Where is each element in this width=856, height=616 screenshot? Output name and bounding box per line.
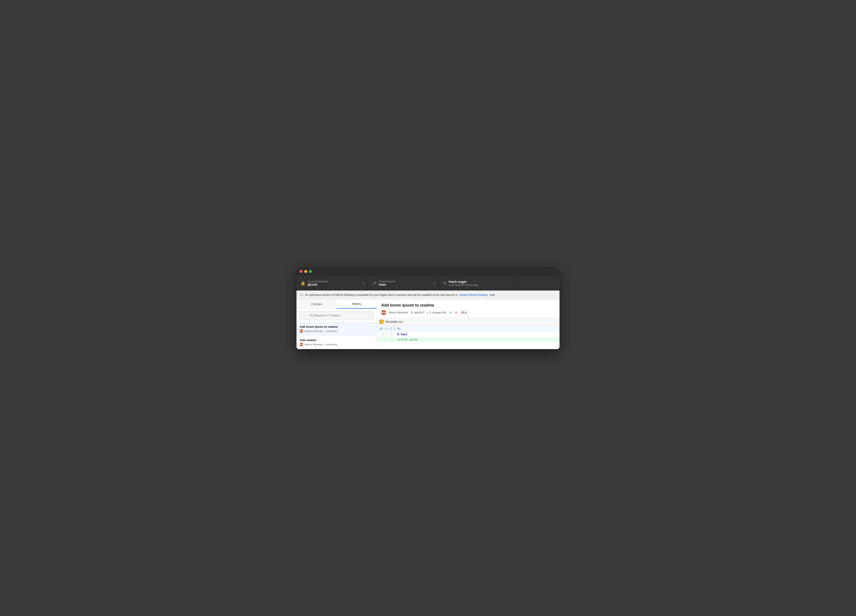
commit-sha-value: abc01e7 — [414, 311, 425, 314]
lock-icon: 🔒 — [300, 281, 305, 286]
titlebar — [297, 267, 559, 276]
detail-avatar: MW — [381, 310, 386, 315]
diff-line-content-2: +Lorem ipsum — [394, 337, 559, 342]
commit-item-2[interactable]: Add readme MW Marcin Wosinek • yesterday — [297, 336, 377, 349]
sha-icon: ⊙ — [410, 310, 413, 315]
branch-compare-field[interactable] — [306, 313, 371, 318]
avatar-2: MW — [300, 343, 303, 346]
commit-meta-2: MW Marcin Wosinek • yesterday — [300, 343, 373, 346]
commit-detail-title: Add lorem ipsum to readme — [381, 303, 555, 308]
diff-old-num-2 — [377, 337, 386, 342]
commit-author-1: Marcin Wosinek — [305, 330, 323, 332]
tabs: Changes History — [297, 300, 377, 309]
commit-header-meta: MW Marcin Wosinek ⊙ abc01e7 ± 1 changed … — [381, 310, 555, 315]
diff-line-1: 1 1 # Test — [377, 332, 559, 337]
repository-name: git.md — [308, 283, 360, 286]
file-status-badge: M — [379, 320, 383, 324]
commit-dot-2: • — [324, 343, 325, 346]
avatar-1: MW — [300, 329, 303, 333]
fetch-label: Fetch origin — [449, 280, 515, 284]
diff-line-2: 2 +Lorem ipsum — [377, 337, 559, 342]
diff-old-num-1: 1 — [377, 332, 386, 337]
banner-text-after: now. — [490, 293, 495, 296]
banner-text-before: An optimized version of GitHub Desktop i… — [305, 293, 458, 296]
changed-files-wrapper: ± 1 changed file — [427, 311, 446, 314]
diff-content: @@ −1 +1,2 @@ 1 1 # Test 2 +Lorem ipsum — [377, 326, 559, 342]
commit-time-1: yesterday — [326, 330, 337, 332]
update-icon: ⬡ — [300, 293, 303, 297]
main-content: Changes History ⎇ Add lorem ipsum to rea… — [297, 300, 559, 349]
commit-author-2: Marcin Wosinek — [305, 343, 323, 346]
diff-area: M README.md @@ −1 +1,2 @@ 1 1 # Test — [377, 318, 559, 349]
diff-hunk-header: @@ −1 +1,2 @@ — [377, 326, 559, 332]
gear-icon: ⚙ — [462, 311, 464, 314]
fetch-sublabel: Last fetched 5 minutes ago — [449, 284, 515, 286]
detail-panel: Add lorem ipsum to readme MW Marcin Wosi… — [377, 300, 559, 349]
diff-new-num-1: 1 — [386, 332, 394, 337]
close-button[interactable] — [300, 270, 302, 273]
diff-added-text: +Lorem ipsum — [397, 337, 417, 342]
diff-keyword-1: # Test — [397, 332, 407, 337]
commit-item-1[interactable]: Add lorem ipsum to readme MW Marcin Wosi… — [297, 323, 377, 336]
settings-chevron: ▾ — [465, 311, 466, 314]
changed-icon: ± — [427, 311, 429, 314]
minimize-button[interactable] — [304, 270, 307, 273]
current-repository-button[interactable]: 🔒 Current Repository git.md ▾ — [297, 276, 368, 290]
changed-files-count: 1 changed file — [430, 311, 446, 314]
commit-time-2: yesterday — [326, 343, 337, 346]
diff-settings-button[interactable]: ⚙ ▾ — [460, 310, 468, 315]
additions-count: +1 — [449, 311, 452, 314]
commit-list: Add lorem ipsum to readme MW Marcin Wosi… — [297, 323, 377, 349]
tab-changes[interactable]: Changes — [297, 300, 337, 309]
file-name: README.md — [385, 320, 402, 324]
detail-author-name: Marcin Wosinek — [389, 311, 408, 314]
refresh-icon: ↻ — [443, 281, 446, 286]
chevron-down-icon: ▾ — [434, 282, 435, 285]
toolbar: 🔒 Current Repository git.md ▾ ⎇ Current … — [297, 276, 559, 290]
diff-line-content-1: # Test — [394, 332, 559, 337]
commit-title-2: Add readme — [300, 338, 373, 342]
commit-dot-1: • — [324, 330, 325, 332]
repository-label: Current Repository — [308, 280, 360, 283]
branch-input-wrapper: ⎇ — [299, 311, 374, 320]
chevron-down-icon: ▾ — [362, 282, 363, 285]
branch-icon: ⎇ — [372, 281, 377, 286]
branch-name: main — [379, 283, 431, 286]
maximize-button[interactable] — [309, 270, 312, 273]
diff-new-num-2: 2 — [386, 337, 394, 342]
branch-label: Current Branch — [379, 280, 431, 283]
current-branch-button[interactable]: ⎇ Current Branch main ▾ — [368, 276, 439, 290]
tab-history[interactable]: History — [337, 300, 377, 309]
fetch-origin-button[interactable]: ↻ Fetch origin Last fetched 5 minutes ag… — [439, 276, 519, 290]
branch-compare-input[interactable] — [299, 311, 374, 320]
restart-link[interactable]: restart GitHub Desktop — [459, 293, 488, 296]
commit-title-1: Add lorem ipsum to readme — [300, 325, 373, 329]
file-header: M README.md — [377, 318, 559, 326]
app-window: 🔒 Current Repository git.md ▾ ⎇ Current … — [297, 267, 559, 349]
commit-header: Add lorem ipsum to readme MW Marcin Wosi… — [377, 300, 559, 318]
update-banner: ⬡ An optimized version of GitHub Desktop… — [297, 290, 559, 300]
commit-sha-wrapper: ⊙ abc01e7 — [410, 310, 425, 315]
sidebar: Changes History ⎇ Add lorem ipsum to rea… — [297, 300, 377, 349]
commit-meta-1: MW Marcin Wosinek • yesterday — [300, 329, 373, 333]
branch-compare-section: ⎇ — [297, 309, 377, 323]
deletions-count: -0 — [455, 311, 457, 314]
